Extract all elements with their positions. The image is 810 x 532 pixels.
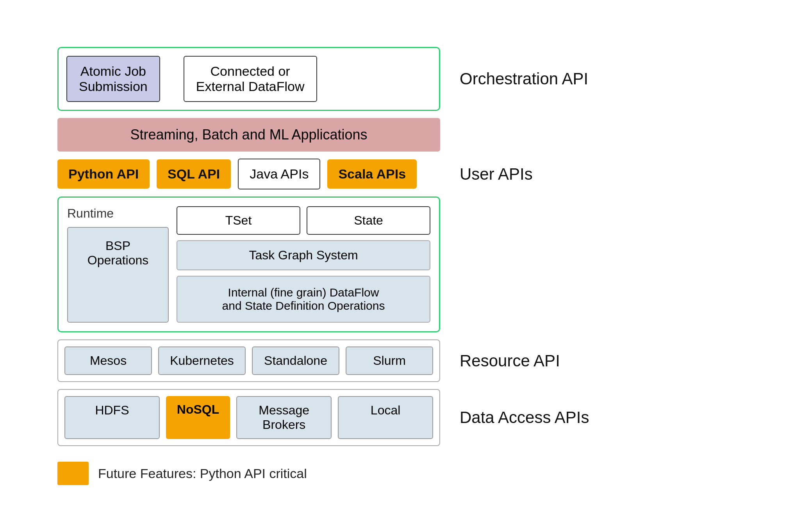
runtime-label: Runtime (67, 206, 169, 221)
sql-api-box: SQL API (157, 159, 231, 189)
python-api-box: Python API (57, 159, 150, 189)
legend-row: Future Features: Python API critical (57, 462, 753, 485)
bsp-box: BSPOperations (67, 227, 169, 323)
orchestration-diagram: Atomic JobSubmission Connected orExterna… (57, 47, 440, 111)
message-brokers-box: Message Brokers (236, 396, 332, 439)
data-access-inner-box: HDFS NoSQL Message Brokers Local (57, 389, 440, 446)
streaming-box: Streaming, Batch and ML Applications (57, 118, 440, 152)
mesos-box: Mesos (64, 346, 152, 375)
scala-api-box: Scala APIs (327, 159, 417, 189)
nosql-box: NoSQL (166, 396, 230, 439)
runtime-inner: Runtime BSPOperations TSet State Task Gr… (67, 206, 430, 323)
streaming-row: Streaming, Batch and ML Applications (57, 118, 753, 152)
connected-label: Connected orExternal DataFlow (196, 64, 305, 94)
hdfs-box: HDFS (64, 396, 160, 439)
orchestration-row: Atomic JobSubmission Connected orExterna… (57, 47, 753, 111)
user-apis-inner: Python API SQL API Java APIs Scala APIs (57, 159, 440, 189)
legend-orange-box (57, 462, 89, 485)
kubernetes-box: Kubernetes (158, 346, 246, 375)
bsp-label: BSPOperations (87, 239, 149, 267)
slurm-box: Slurm (346, 346, 433, 375)
runtime-outer-box: Runtime BSPOperations TSet State Task Gr… (57, 196, 440, 332)
resource-api-label: Resource API (440, 352, 753, 370)
data-access-row: HDFS NoSQL Message Brokers Local Data Ac… (57, 389, 753, 446)
atomic-job-label: Atomic JobSubmission (79, 64, 148, 94)
java-api-box: Java APIs (238, 159, 320, 189)
data-access-apis-label: Data Access APIs (440, 408, 753, 427)
atomic-job-box: Atomic JobSubmission (66, 56, 160, 102)
legend-text: Future Features: Python API critical (98, 466, 307, 481)
runtime-left: Runtime BSPOperations (67, 206, 169, 323)
runtime-top-row: TSet State (177, 206, 430, 235)
orchestration-api-label: Orchestration API (440, 70, 753, 88)
state-box: State (307, 206, 430, 235)
resource-inner-box: Mesos Kubernetes Standalone Slurm (57, 339, 440, 382)
connected-box: Connected orExternal DataFlow (184, 56, 317, 102)
runtime-right: TSet State Task Graph System Internal (f… (177, 206, 430, 323)
user-apis-label: User APIs (440, 165, 753, 184)
internal-label: Internal (fine grain) DataFlowand State … (222, 286, 385, 312)
resource-api-row: Mesos Kubernetes Standalone Slurm Resour… (57, 339, 753, 382)
tset-box: TSet (177, 206, 300, 235)
internal-box: Internal (fine grain) DataFlowand State … (177, 276, 430, 323)
standalone-box: Standalone (252, 346, 339, 375)
task-graph-box: Task Graph System (177, 240, 430, 270)
local-box: Local (338, 396, 433, 439)
user-apis-row: Python API SQL API Java APIs Scala APIs … (57, 159, 753, 189)
orchestration-box: Atomic JobSubmission Connected orExterna… (57, 47, 440, 111)
runtime-row: Runtime BSPOperations TSet State Task Gr… (57, 196, 753, 332)
